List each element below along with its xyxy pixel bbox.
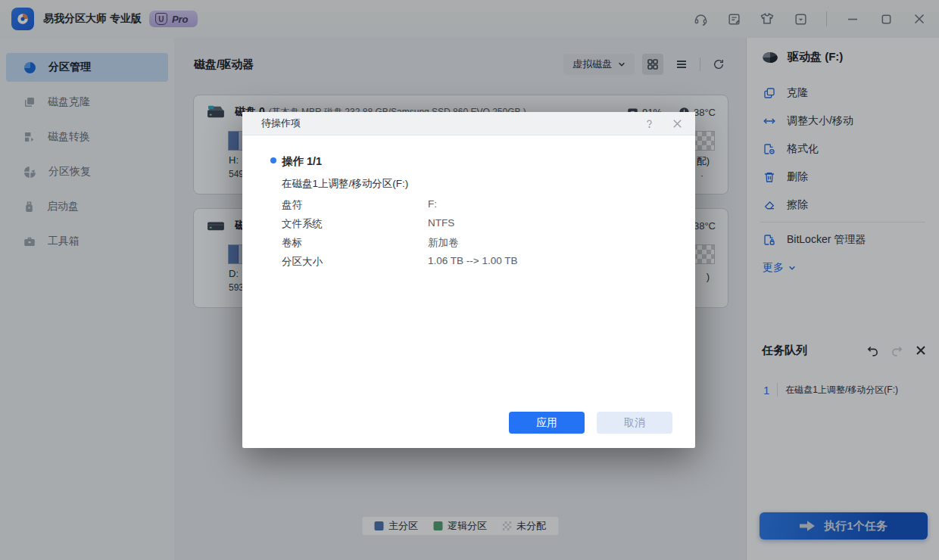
detail-row-volume-label: 卷标新加卷 bbox=[282, 236, 302, 250]
detail-row-file-system: 文件系统NTFS bbox=[282, 217, 323, 231]
apply-button[interactable]: 应用 bbox=[509, 412, 585, 434]
detail-row-drive-letter: 盘符F: bbox=[282, 198, 302, 212]
operation-counter: 操作 1/1 bbox=[282, 154, 322, 169]
operation-title: 在磁盘1上调整/移动分区(F:) bbox=[282, 177, 408, 191]
app-window: 易我分区大师 专业版 U Pro bbox=[0, 0, 939, 560]
detail-row-partition-size: 分区大小1.06 TB --> 1.00 TB bbox=[282, 255, 323, 269]
dialog-close-icon[interactable] bbox=[672, 118, 683, 129]
cancel-button[interactable]: 取消 bbox=[597, 412, 672, 434]
dialog-header: 待操作项 bbox=[242, 112, 695, 135]
operation-bullet bbox=[270, 157, 276, 163]
dialog-title: 待操作项 bbox=[261, 117, 301, 130]
pending-operations-dialog: 待操作项 操作 1/1 在磁盘1上调整/移动分区(F:) 盘符F: 文件系统NT… bbox=[242, 112, 695, 448]
help-icon[interactable] bbox=[644, 118, 655, 129]
